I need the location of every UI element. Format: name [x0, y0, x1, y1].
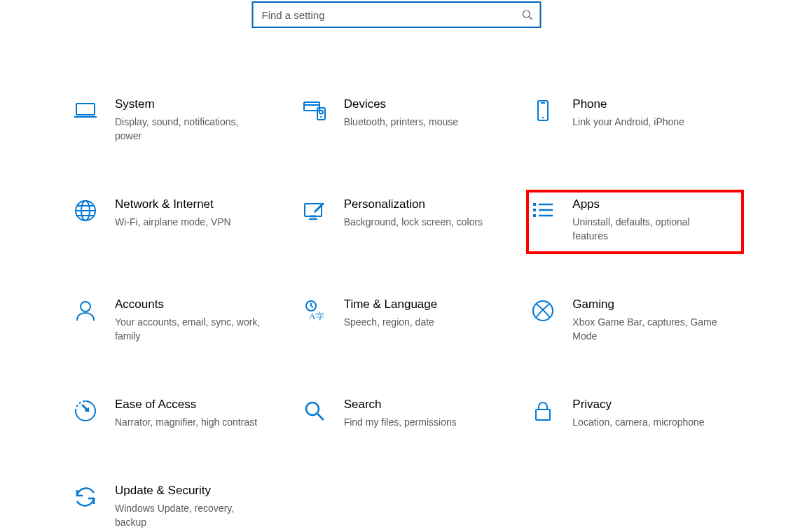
svg-text:A: A [309, 311, 316, 321]
search-icon [522, 9, 533, 20]
svg-rect-21 [533, 209, 536, 211]
tile-title: Apps [572, 197, 719, 212]
tile-title: Personalization [344, 197, 483, 212]
tile-title: Ease of Access [115, 397, 257, 412]
tile-desc: Find my files, permissions [344, 415, 457, 429]
tile-title: Time & Language [344, 297, 438, 312]
tile-personalization[interactable]: Personalization Background, lock screen,… [299, 191, 514, 253]
update-sync-icon [73, 484, 98, 510]
time-language-icon: A 字 [302, 298, 327, 323]
tile-desc: Bluetooth, printers, mouse [344, 115, 458, 129]
tile-title: Accounts [115, 297, 262, 312]
svg-rect-2 [76, 104, 95, 115]
tile-accounts[interactable]: Accounts Your accounts, email, sync, wor… [70, 291, 285, 353]
tile-desc: Background, lock screen, colors [344, 215, 483, 229]
tile-desc: Xbox Game Bar, captures, Game Mode [572, 315, 719, 343]
svg-line-34 [317, 414, 324, 420]
tile-title: Gaming [572, 297, 719, 312]
svg-line-1 [530, 17, 532, 20]
tile-system[interactable]: System Display, sound, notifications, po… [70, 91, 285, 153]
tile-desc: Wi-Fi, airplane mode, VPN [115, 215, 231, 229]
tile-desc: Location, camera, microphone [572, 415, 704, 429]
tile-title: Search [344, 397, 457, 412]
tile-desc: Windows Update, recovery, backup [115, 501, 262, 529]
svg-point-11 [542, 117, 544, 118]
tile-desc: Narrator, magnifier, high contrast [115, 415, 257, 429]
svg-text:字: 字 [316, 312, 324, 321]
tile-desc: Speech, region, date [344, 315, 438, 329]
tile-title: Network & Internet [115, 197, 231, 212]
search-box[interactable] [252, 1, 542, 28]
apps-list-icon [530, 198, 556, 223]
tile-title: System [115, 97, 262, 112]
tile-title: Privacy [572, 397, 704, 412]
tile-desc: Uninstall, defaults, optional features [572, 215, 719, 243]
search-input[interactable] [261, 8, 522, 22]
tile-title: Phone [572, 97, 684, 112]
magnifier-icon [302, 398, 327, 424]
tile-phone[interactable]: Phone Link your Android, iPhone [527, 91, 743, 153]
svg-point-33 [306, 402, 319, 415]
tile-devices[interactable]: Devices Bluetooth, printers, mouse [299, 91, 514, 153]
globe-icon [73, 198, 98, 223]
tile-desc: Your accounts, email, sync, work, family [115, 315, 262, 343]
tile-apps[interactable]: Apps Uninstall, defaults, optional featu… [527, 191, 743, 253]
tile-time-language[interactable]: A 字 Time & Language Speech, region, date [299, 291, 514, 353]
tile-privacy[interactable]: Privacy Location, camera, microphone [527, 391, 743, 439]
svg-rect-17 [305, 204, 322, 216]
tile-update-security[interactable]: Update & Security Windows Update, recove… [70, 477, 285, 532]
tile-ease-of-access[interactable]: Ease of Access Narrator, magnifier, high… [70, 391, 285, 439]
ease-of-access-icon [73, 398, 98, 424]
tile-desc: Display, sound, notifications, power [115, 115, 262, 143]
svg-point-0 [523, 10, 530, 18]
svg-line-29 [311, 306, 313, 307]
personalization-icon [302, 198, 327, 223]
devices-icon [302, 98, 327, 123]
svg-rect-20 [533, 203, 536, 206]
tile-title: Devices [344, 97, 458, 112]
svg-point-26 [81, 302, 90, 312]
tile-search[interactable]: Search Find my files, permissions [299, 391, 514, 439]
svg-rect-35 [536, 410, 550, 420]
svg-point-8 [319, 111, 323, 114]
settings-page: System Display, sound, notifications, po… [0, 0, 793, 532]
tile-gaming[interactable]: Gaming Xbox Game Bar, captures, Game Mod… [527, 291, 743, 353]
svg-rect-22 [533, 214, 536, 217]
xbox-icon [530, 298, 556, 323]
lock-icon [530, 398, 556, 424]
person-icon [73, 298, 98, 323]
tile-desc: Link your Android, iPhone [572, 115, 684, 129]
settings-grid: System Display, sound, notifications, po… [70, 91, 743, 532]
svg-point-7 [320, 116, 322, 118]
laptop-icon [73, 98, 98, 123]
phone-icon [530, 98, 556, 123]
tile-network[interactable]: Network & Internet Wi-Fi, airplane mode,… [70, 191, 285, 253]
tile-title: Update & Security [115, 483, 262, 498]
